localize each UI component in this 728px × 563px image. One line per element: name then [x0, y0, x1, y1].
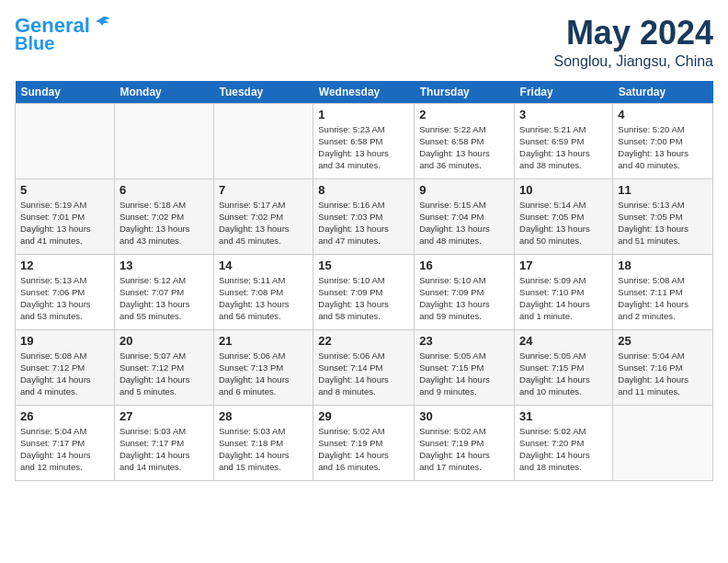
- day-number: 1: [318, 108, 409, 121]
- calendar-day-cell: 3Sunrise: 5:21 AM Sunset: 6:59 PM Daylig…: [515, 103, 613, 178]
- day-info: Sunrise: 5:17 AM Sunset: 7:02 PM Dayligh…: [219, 199, 308, 247]
- day-number: 27: [119, 409, 209, 423]
- calendar-day-cell: 27Sunrise: 5:03 AM Sunset: 7:17 PM Dayli…: [114, 405, 213, 480]
- day-number: 2: [419, 108, 509, 121]
- day-info: Sunrise: 5:06 AM Sunset: 7:14 PM Dayligh…: [318, 350, 409, 398]
- day-number: 17: [519, 259, 608, 272]
- calendar-day-cell: 29Sunrise: 5:02 AM Sunset: 7:19 PM Dayli…: [313, 405, 415, 480]
- day-info: Sunrise: 5:10 AM Sunset: 7:09 PM Dayligh…: [419, 274, 509, 323]
- day-number: 20: [119, 334, 209, 348]
- day-number: 3: [519, 108, 608, 121]
- calendar-day-cell: 4Sunrise: 5:20 AM Sunset: 7:00 PM Daylig…: [613, 103, 713, 178]
- day-number: 21: [219, 334, 308, 348]
- day-number: 18: [618, 259, 708, 272]
- day-info: Sunrise: 5:10 AM Sunset: 7:09 PM Dayligh…: [318, 274, 409, 323]
- day-number: 4: [618, 108, 708, 121]
- day-number: 28: [219, 409, 308, 423]
- day-info: Sunrise: 5:15 AM Sunset: 7:04 PM Dayligh…: [419, 199, 509, 247]
- weekday-header-monday: Monday: [114, 81, 213, 104]
- day-info: Sunrise: 5:19 AM Sunset: 7:01 PM Dayligh…: [20, 199, 109, 247]
- day-info: Sunrise: 5:05 AM Sunset: 7:15 PM Dayligh…: [419, 350, 509, 398]
- calendar-day-cell: 7Sunrise: 5:17 AM Sunset: 7:02 PM Daylig…: [213, 178, 313, 254]
- day-number: 6: [119, 183, 209, 197]
- calendar-day-cell: 20Sunrise: 5:07 AM Sunset: 7:12 PM Dayli…: [114, 329, 213, 405]
- day-number: 9: [419, 183, 509, 197]
- calendar-day-cell: 1Sunrise: 5:23 AM Sunset: 6:58 PM Daylig…: [313, 103, 415, 178]
- calendar-day-cell: 23Sunrise: 5:05 AM Sunset: 7:15 PM Dayli…: [415, 329, 515, 405]
- day-number: 29: [318, 409, 409, 423]
- calendar-week-row: 5Sunrise: 5:19 AM Sunset: 7:01 PM Daylig…: [16, 178, 713, 254]
- day-info: Sunrise: 5:05 AM Sunset: 7:15 PM Dayligh…: [519, 350, 608, 398]
- calendar-day-cell: 12Sunrise: 5:13 AM Sunset: 7:06 PM Dayli…: [16, 254, 115, 329]
- calendar-day-cell: 13Sunrise: 5:12 AM Sunset: 7:07 PM Dayli…: [114, 254, 213, 329]
- calendar-day-cell: 19Sunrise: 5:08 AM Sunset: 7:12 PM Dayli…: [16, 329, 115, 405]
- calendar-day-cell: 2Sunrise: 5:22 AM Sunset: 6:58 PM Daylig…: [415, 103, 515, 178]
- day-number: 26: [20, 409, 109, 423]
- day-info: Sunrise: 5:11 AM Sunset: 7:08 PM Dayligh…: [219, 274, 308, 323]
- logo-bird-icon: [92, 14, 112, 34]
- calendar-header-row: SundayMondayTuesdayWednesdayThursdayFrid…: [16, 81, 713, 104]
- day-number: 13: [119, 259, 209, 272]
- day-info: Sunrise: 5:02 AM Sunset: 7:19 PM Dayligh…: [419, 425, 509, 474]
- calendar-day-cell: 26Sunrise: 5:04 AM Sunset: 7:17 PM Dayli…: [16, 405, 115, 480]
- calendar-day-cell: 30Sunrise: 5:02 AM Sunset: 7:19 PM Dayli…: [415, 405, 515, 480]
- logo: General Blue: [15, 15, 112, 53]
- day-number: 16: [419, 259, 509, 272]
- weekday-header-tuesday: Tuesday: [213, 81, 313, 104]
- day-number: 7: [219, 183, 308, 197]
- day-number: 22: [318, 334, 409, 348]
- calendar-day-cell: 16Sunrise: 5:10 AM Sunset: 7:09 PM Dayli…: [415, 254, 515, 329]
- weekday-header-saturday: Saturday: [613, 81, 713, 104]
- calendar-day-cell: 11Sunrise: 5:13 AM Sunset: 7:05 PM Dayli…: [613, 178, 713, 254]
- day-number: 5: [20, 183, 109, 197]
- calendar-table: SundayMondayTuesdayWednesdayThursdayFrid…: [15, 81, 713, 481]
- day-number: 11: [618, 183, 708, 197]
- day-number: 15: [318, 259, 409, 272]
- day-number: 24: [519, 334, 608, 348]
- day-number: 10: [519, 183, 608, 197]
- day-info: Sunrise: 5:02 AM Sunset: 7:20 PM Dayligh…: [519, 425, 608, 474]
- calendar-day-cell: 28Sunrise: 5:03 AM Sunset: 7:18 PM Dayli…: [213, 405, 313, 480]
- calendar-empty-cell: [213, 103, 313, 178]
- calendar-week-row: 19Sunrise: 5:08 AM Sunset: 7:12 PM Dayli…: [16, 329, 713, 405]
- page-header: General Blue May 2024 Songlou, Jiangsu, …: [15, 15, 713, 70]
- calendar-day-cell: 24Sunrise: 5:05 AM Sunset: 7:15 PM Dayli…: [515, 329, 613, 405]
- calendar-week-row: 12Sunrise: 5:13 AM Sunset: 7:06 PM Dayli…: [16, 254, 713, 329]
- day-info: Sunrise: 5:16 AM Sunset: 7:03 PM Dayligh…: [318, 199, 409, 247]
- day-number: 14: [219, 259, 308, 272]
- day-info: Sunrise: 5:13 AM Sunset: 7:06 PM Dayligh…: [20, 274, 109, 323]
- day-info: Sunrise: 5:21 AM Sunset: 6:59 PM Dayligh…: [519, 123, 608, 172]
- day-info: Sunrise: 5:04 AM Sunset: 7:17 PM Dayligh…: [20, 425, 109, 474]
- calendar-empty-cell: [114, 103, 213, 178]
- calendar-day-cell: 15Sunrise: 5:10 AM Sunset: 7:09 PM Dayli…: [313, 254, 415, 329]
- location-subtitle: Songlou, Jiangsu, China: [554, 53, 713, 70]
- day-info: Sunrise: 5:02 AM Sunset: 7:19 PM Dayligh…: [318, 425, 409, 474]
- calendar-day-cell: 6Sunrise: 5:18 AM Sunset: 7:02 PM Daylig…: [114, 178, 213, 254]
- calendar-empty-cell: [613, 405, 713, 480]
- weekday-header-sunday: Sunday: [16, 81, 115, 104]
- calendar-day-cell: 31Sunrise: 5:02 AM Sunset: 7:20 PM Dayli…: [515, 405, 613, 480]
- weekday-header-friday: Friday: [515, 81, 613, 104]
- day-number: 30: [419, 409, 509, 423]
- weekday-header-thursday: Thursday: [415, 81, 515, 104]
- calendar-empty-cell: [16, 103, 115, 178]
- day-info: Sunrise: 5:04 AM Sunset: 7:16 PM Dayligh…: [618, 350, 708, 398]
- calendar-day-cell: 21Sunrise: 5:06 AM Sunset: 7:13 PM Dayli…: [213, 329, 313, 405]
- day-info: Sunrise: 5:09 AM Sunset: 7:10 PM Dayligh…: [519, 274, 608, 323]
- day-number: 19: [20, 334, 109, 348]
- calendar-day-cell: 17Sunrise: 5:09 AM Sunset: 7:10 PM Dayli…: [515, 254, 613, 329]
- calendar-day-cell: 5Sunrise: 5:19 AM Sunset: 7:01 PM Daylig…: [16, 178, 115, 254]
- day-number: 25: [618, 334, 708, 348]
- calendar-day-cell: 22Sunrise: 5:06 AM Sunset: 7:14 PM Dayli…: [313, 329, 415, 405]
- calendar-day-cell: 14Sunrise: 5:11 AM Sunset: 7:08 PM Dayli…: [213, 254, 313, 329]
- weekday-header-wednesday: Wednesday: [313, 81, 415, 104]
- day-info: Sunrise: 5:07 AM Sunset: 7:12 PM Dayligh…: [119, 350, 209, 398]
- day-info: Sunrise: 5:18 AM Sunset: 7:02 PM Dayligh…: [119, 199, 209, 247]
- day-info: Sunrise: 5:23 AM Sunset: 6:58 PM Dayligh…: [318, 123, 409, 172]
- day-info: Sunrise: 5:08 AM Sunset: 7:12 PM Dayligh…: [20, 350, 109, 398]
- calendar-day-cell: 10Sunrise: 5:14 AM Sunset: 7:05 PM Dayli…: [515, 178, 613, 254]
- logo-blue: Blue: [15, 33, 54, 53]
- day-info: Sunrise: 5:03 AM Sunset: 7:18 PM Dayligh…: [219, 425, 308, 474]
- calendar-week-row: 1Sunrise: 5:23 AM Sunset: 6:58 PM Daylig…: [16, 103, 713, 178]
- calendar-week-row: 26Sunrise: 5:04 AM Sunset: 7:17 PM Dayli…: [16, 405, 713, 480]
